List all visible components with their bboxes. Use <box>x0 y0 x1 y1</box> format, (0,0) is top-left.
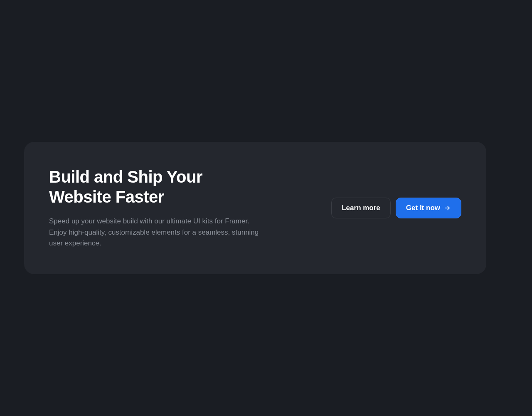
cta-card: Build and Ship Your Website Faster Speed… <box>24 142 486 274</box>
cta-content: Build and Ship Your Website Faster Speed… <box>49 167 265 249</box>
get-it-now-button[interactable]: Get it now <box>396 198 461 218</box>
arrow-right-icon <box>443 204 451 212</box>
learn-more-label: Learn more <box>342 204 380 212</box>
learn-more-button[interactable]: Learn more <box>331 198 391 218</box>
cta-actions: Learn more Get it now <box>331 198 461 218</box>
cta-description: Speed up your website build with our ult… <box>49 216 265 249</box>
cta-heading: Build and Ship Your Website Faster <box>49 167 265 207</box>
get-it-now-label: Get it now <box>406 204 440 212</box>
